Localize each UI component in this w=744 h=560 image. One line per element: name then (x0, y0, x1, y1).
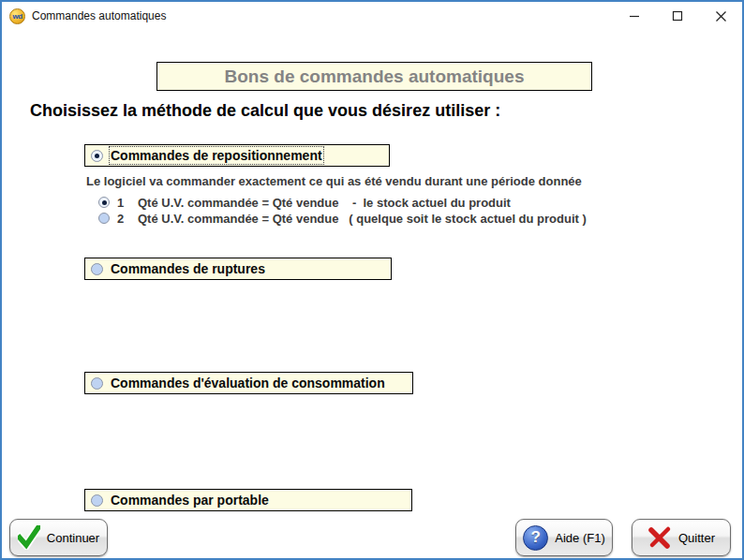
radio-evaluation-consommation[interactable] (91, 377, 103, 390)
radio-repositionnement[interactable] (91, 150, 103, 162)
sub-option-text: Qté U.V. commandée = Qté vendue ( quelqu… (138, 212, 587, 226)
quit-label: Quitter (678, 531, 715, 545)
window-title: Commandes automatiques (32, 9, 166, 22)
option-label: Commandes d'évaluation de consommation (111, 376, 385, 391)
continue-button[interactable]: Continuer (9, 519, 108, 556)
option-par-portable[interactable]: Commandes par portable (84, 489, 412, 511)
radio-ruptures[interactable] (91, 263, 103, 275)
option-evaluation-consommation[interactable]: Commandes d'évaluation de consommation (84, 372, 413, 394)
sub-option-number: 1 (117, 196, 130, 210)
repositionnement-description: Le logiciel va commander exactement ce q… (86, 174, 582, 188)
sub-option-2[interactable]: 2 Qté U.V. commandée = Qté vendue ( quel… (98, 211, 587, 226)
main-heading: Choisissez la méthode de calcul que vous… (30, 101, 500, 121)
minimize-button[interactable] (613, 2, 656, 30)
help-label: Aide (F1) (555, 531, 604, 545)
radio-sub-option-2[interactable] (98, 213, 110, 224)
close-button[interactable] (699, 2, 742, 30)
blue-question-icon: ? (523, 525, 548, 551)
page-title-banner: Bons de commandes automatiques (156, 62, 592, 91)
sub-option-text: Qté U.V. commandée = Qté vendue - le sto… (138, 196, 511, 210)
maximize-button[interactable] (656, 2, 699, 30)
radio-par-portable[interactable] (91, 494, 103, 507)
continue-label: Continuer (47, 531, 99, 545)
option-label: Commandes par portable (111, 493, 269, 508)
minimize-icon (629, 10, 640, 22)
option-ruptures[interactable]: Commandes de ruptures (84, 258, 392, 280)
option-repositionnement[interactable]: Commandes de repositionnement (84, 144, 390, 167)
app-window: wd Commandes automatiques Bons de comman… (0, 0, 744, 560)
sub-option-number: 2 (117, 212, 130, 226)
close-icon (715, 10, 727, 22)
option-label: Commandes de repositionnement (111, 148, 322, 163)
option-label: Commandes de ruptures (111, 261, 265, 276)
quit-button[interactable]: Quitter (632, 519, 731, 556)
green-check-icon (18, 525, 40, 550)
radio-sub-option-1[interactable] (98, 197, 110, 208)
title-bar: wd Commandes automatiques (2, 2, 742, 30)
sub-option-1[interactable]: 1 Qté U.V. commandée = Qté vendue - le s… (98, 195, 511, 210)
help-button[interactable]: ? Aide (F1) (515, 519, 613, 556)
maximize-icon (672, 10, 683, 22)
windev-app-icon: wd (9, 8, 25, 24)
red-cross-icon (647, 525, 672, 550)
